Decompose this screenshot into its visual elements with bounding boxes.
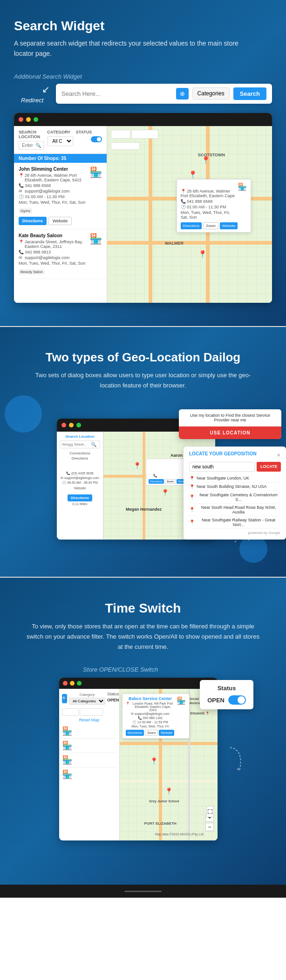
mockup-sidebar: Search Location 🔍 Category All Categorie… xyxy=(14,126,107,303)
geo-mini-popup: 19 Wragg Street Som...TAS, 7322 📞 (03) 4… xyxy=(146,459,188,486)
geo-map-pin-2: 📍 xyxy=(161,489,169,496)
status-switch-toggle[interactable] xyxy=(228,695,246,705)
status-toggle[interactable] xyxy=(91,136,102,142)
ts-fullscreen-btn[interactable] xyxy=(206,806,214,817)
mockup-titlebar xyxy=(14,113,272,126)
geo-location-button[interactable]: ⊕ xyxy=(176,88,189,100)
reset-map-button[interactable]: Reset Map xyxy=(111,142,140,150)
geo-location-search[interactable] xyxy=(62,442,90,447)
ts-dot-yellow xyxy=(70,681,75,686)
shops-count: Number Of Shops: 35 xyxy=(14,154,107,163)
search-location-label: Search Location xyxy=(19,130,44,139)
map-road-horizontal-2 xyxy=(107,241,272,245)
geo-suggestions-list: 📍Near Southgate London, UK📍Near South Bu… xyxy=(189,474,280,529)
geo-directions-btn[interactable]: Directions xyxy=(68,494,92,501)
geo-dialog2-close[interactable]: ✕ xyxy=(277,453,280,458)
status-widget-value: OPEN xyxy=(207,697,225,704)
tab-satellite[interactable]: Satellite xyxy=(131,130,158,139)
geo-mini-popup-actions: Directions Zoom Website xyxy=(149,479,185,484)
ts-dot-red xyxy=(63,681,68,686)
geo-search-wrapper: 🔍 xyxy=(60,440,100,448)
dot-red xyxy=(61,423,66,427)
window-close-dot xyxy=(19,117,23,122)
category-select[interactable]: All Categories xyxy=(47,136,73,146)
location-icon: 📍 xyxy=(19,173,23,178)
search-location-icon[interactable]: 🔍 xyxy=(35,143,41,148)
store2-name: Kate Beauty Saloon xyxy=(19,233,87,238)
redirect-arrow: ↙ xyxy=(42,84,50,95)
ts-location-label-4: PORT ELIZABETH xyxy=(144,821,177,826)
ts-tab-map[interactable]: Map xyxy=(62,708,79,716)
locate-button[interactable]: LOCATE xyxy=(257,462,281,472)
geo-mini-zoom-btn[interactable]: Zoom xyxy=(165,479,176,484)
ts-store-icon-3: 🏪 xyxy=(62,755,72,765)
category-group: Category All Categories xyxy=(47,130,73,150)
use-location-button[interactable]: USE LOCATION xyxy=(179,427,281,439)
store2-days: Mon, Tues, Wed, Thur, Fri, Sat, Sun xyxy=(19,261,87,266)
tab-map[interactable]: Map xyxy=(111,130,130,139)
store1-phone: 📞 041 888 6568 xyxy=(19,183,87,188)
store1-icon: 🏪 xyxy=(89,167,102,225)
geo-search-icon[interactable]: 🔍 xyxy=(91,442,96,447)
geo-suggestion-item[interactable]: 📍Near South Head Road Rose Bay NSW, Ausi… xyxy=(189,504,280,516)
sidebar-header: Search Location 🔍 Category All Categorie… xyxy=(14,126,107,154)
ts-reset-map[interactable]: Reset Map xyxy=(62,718,116,722)
popup-hours: 🕐 01:00 AM - 11:30 PM xyxy=(181,205,236,209)
ts-search-button[interactable]: 🔍 xyxy=(62,694,67,703)
ts-popup-email-icon: ✉ xyxy=(131,712,134,715)
website-button[interactable]: Website xyxy=(48,217,72,225)
location-input[interactable] xyxy=(22,143,34,148)
categories-button[interactable]: Categories xyxy=(192,87,230,100)
store1-days: Mon, Tues, Wed, Thur, Fri, Sat, Sun xyxy=(19,200,87,205)
store1-tag: Gyms xyxy=(19,208,32,213)
search-here-input[interactable] xyxy=(61,90,172,97)
geo-suggestion-item[interactable]: 📍Near South Building Strraise, NJ USA xyxy=(189,483,280,491)
store2-phone: 📞 042 888 0813 xyxy=(19,250,87,254)
email-icon: ✉ xyxy=(19,255,23,260)
ts-category-select[interactable]: All Categories xyxy=(69,698,105,705)
ts-mockup: 🔍 Category All Categories Status OPEN xyxy=(59,678,218,840)
geo-person-label-2: Megan Hernandez xyxy=(126,507,162,512)
popup-directions-btn[interactable]: Directions xyxy=(181,222,202,229)
map-tabs: Map Satellite xyxy=(111,130,158,139)
popup-zoom-btn[interactable]: Zoom xyxy=(203,222,218,229)
store-locator-mockup: Search Location 🔍 Category All Categorie… xyxy=(14,113,272,303)
geo-search-row: LOCATE xyxy=(189,462,280,472)
geo-sidebar: Search Location 🔍 Connections Directions… xyxy=(57,432,103,540)
ts-status-val: OPEN xyxy=(107,698,119,702)
store-switch-label: Store OPEN/CLOSE Switch xyxy=(83,666,158,673)
search-button[interactable]: Search xyxy=(233,87,266,100)
dot-green xyxy=(76,423,81,427)
mockup-body: Search Location 🔍 Category All Categorie… xyxy=(14,126,272,303)
store1-info: John Slimming Center 📍 28 6th Avenue, Wa… xyxy=(19,167,87,225)
geo-suggestion-item[interactable]: 📍Near Southgate London, UK xyxy=(189,474,280,483)
ts-popup-directions-btn[interactable]: Directions xyxy=(126,730,144,736)
ts-store-icon-row-4: 🏪 xyxy=(62,767,116,781)
ts-pin-2: 📍 xyxy=(150,757,158,765)
location-dot-icon: 📍 xyxy=(189,484,195,489)
ts-location-label-3: Grey Junior School xyxy=(149,800,179,803)
geo-hours-geo: 🕐 08:30 AM - 08:30 PM xyxy=(60,481,100,485)
geo-mini-dir-btn[interactable]: Directions xyxy=(149,479,164,484)
geo-position-input[interactable] xyxy=(189,462,255,472)
popup-clock-icon: 🕐 xyxy=(181,205,186,209)
directions-button[interactable]: Directions xyxy=(19,217,47,225)
store1-hours: 🕐 01:00 AM - 11:30 PM xyxy=(19,194,87,199)
ts-tab-satellite[interactable]: Satellite xyxy=(80,708,103,716)
ts-popup-website-btn[interactable]: Website xyxy=(159,730,174,736)
geo-phone: 📞 (03) 4435 6638 xyxy=(60,472,100,475)
widget-area: Additional Search Widget Redirect ↙ ⊕ Ca… xyxy=(14,73,272,303)
ts-popup-hours: 🕐 12:30 AM - 11:59 PM xyxy=(126,720,175,724)
ts-zoom-out[interactable]: − xyxy=(205,823,214,831)
popup-actions: Directions Zoom Website xyxy=(181,222,247,229)
store-list: John Slimming Center 📍 28 6th Avenue, Wa… xyxy=(14,163,107,279)
ts-status-label: Status xyxy=(107,692,119,696)
ts-store-icon-4: 🏪 xyxy=(62,769,72,780)
popup-website-btn[interactable]: Website xyxy=(220,222,238,229)
window-minimize-dot xyxy=(26,117,31,122)
ts-store-icon-row-3: 🏪 xyxy=(62,753,116,767)
geo-suggestion-item[interactable]: 📍Near Southgate Railway Station - Great … xyxy=(189,516,280,529)
ts-popup-zoom-btn[interactable]: Zoom xyxy=(145,730,158,736)
bottom-bar-line xyxy=(124,891,162,892)
geo-suggestion-item[interactable]: 📍Near Southgate Cemetery & Crematorium S… xyxy=(189,491,280,504)
